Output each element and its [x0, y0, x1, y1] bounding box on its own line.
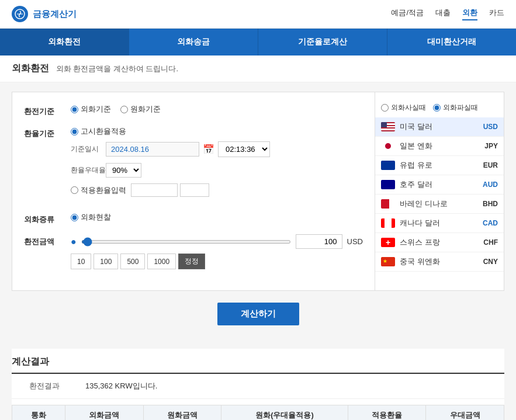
calendar-icon[interactable]: 📅: [203, 144, 214, 155]
currency-item-aud[interactable]: 호주 달러 AUD: [375, 175, 504, 195]
manual-rate-input2[interactable]: [180, 183, 209, 197]
nav-savings[interactable]: 예금/적금: [391, 8, 424, 20]
quick-btn-10[interactable]: 10: [71, 254, 91, 269]
tab-forex-exchange[interactable]: 외화환전: [0, 29, 129, 55]
currency-code-cad: CAD: [477, 219, 498, 227]
preferential-select[interactable]: 90% 80% 70% 50%: [106, 163, 141, 178]
base-date-label: 기준일시: [71, 144, 106, 154]
amount-slider[interactable]: [81, 240, 291, 244]
flag-jpy: [381, 141, 395, 151]
currency-item-cny[interactable]: 중국 위엔화 CNY: [375, 252, 504, 272]
exchange-basis-control: 외화기준 원화기준: [71, 104, 363, 114]
currency-code-aud: AUD: [477, 181, 498, 189]
radio-krw-basis-label: 원화기준: [130, 104, 161, 114]
quick-btns: 10 100 500 1000 정정: [71, 254, 363, 269]
currency-list: 미국 달러 USD 일본 엔화 JPY 유럽 유로 EUR: [375, 117, 504, 272]
currency-code-jpy: JPY: [477, 142, 498, 150]
currency-item-jpy[interactable]: 일본 엔화 JPY: [375, 137, 504, 156]
page-title-bar: 외화환전 외화 환전금액을 계산하여 드립니다.: [0, 55, 516, 82]
radio-selling[interactable]: 외화사실때: [381, 103, 426, 113]
calc-button[interactable]: 계산하기: [217, 303, 299, 325]
amount-label: 환전금액: [24, 234, 71, 247]
radio-manual-rate[interactable]: 적용환율입력: [71, 185, 126, 196]
preferential-row: 환율우대율 90% 80% 70% 50%: [71, 163, 363, 178]
currency-code-bhd: BHD: [477, 200, 498, 208]
radio-buying-label: 외화파실때: [443, 103, 478, 113]
flag-cny: [381, 257, 395, 266]
tab-rate-calc[interactable]: 기준율로계산: [258, 29, 387, 55]
currency-name-eur: 유럽 유로: [400, 160, 477, 171]
radio-cash-label: 외화현찰: [81, 212, 111, 223]
flag-aud: [381, 180, 395, 189]
currency-item-usd[interactable]: 미국 달러 USD: [375, 117, 504, 137]
currency-name-cad: 캐나다 달러: [400, 218, 477, 228]
currency-item-bhd[interactable]: 바레인 디나로 BHD: [375, 195, 504, 214]
exchange-rate-label: 환율기준: [24, 126, 71, 139]
nav-forex[interactable]: 외환: [462, 8, 477, 20]
exchange-rate-row: 환율기준 고시환율적용 기준일시 📅 02:13:36: [24, 126, 363, 203]
currency-name-chf: 스위스 프랑: [400, 237, 477, 248]
logo-text: 금융계산기: [33, 9, 77, 20]
flag-usd: [381, 122, 395, 131]
currency-type-row: 외화증류 외화현찰: [24, 212, 363, 225]
amount-input[interactable]: [296, 234, 342, 249]
currency-code-cny: CNY: [477, 258, 498, 266]
currency-type-control: 외화현찰: [71, 212, 363, 223]
currency-type-label: 외화증류: [24, 212, 71, 225]
radio-buying[interactable]: 외화파실때: [433, 103, 478, 113]
time-select[interactable]: 02:13:36: [218, 141, 270, 157]
radio-posted-rate[interactable]: 고시환율적용: [71, 126, 363, 137]
amount-row: 환전금액 ● USD 10 100 500 1000 정정: [24, 234, 363, 269]
col-foreign-amount: 외화금액: [65, 405, 144, 421]
manual-rate-input[interactable]: [131, 183, 178, 197]
currency-item-chf[interactable]: 스위스 프랑 CHF: [375, 233, 504, 252]
radio-cash[interactable]: 외화현찰: [71, 212, 111, 223]
main-panel: 환전기준 외화기준 원화기준 환율기준: [12, 92, 504, 291]
amount-currency: USD: [347, 237, 363, 246]
currency-item-eur[interactable]: 유럽 유로 EUR: [375, 156, 504, 175]
header-nav: 예금/적금 대출 외환 카드: [391, 8, 504, 20]
tab-forex-remit[interactable]: 외화송금: [129, 29, 258, 55]
currency-name-bhd: 바레인 디나로: [400, 199, 477, 209]
tab-usd-exchange[interactable]: 대미환산거래: [387, 29, 516, 55]
exchange-result-value: 135,362 KRW입니다.: [68, 381, 495, 391]
exchange-basis-label: 환전기준: [24, 104, 71, 117]
quick-btn-500[interactable]: 500: [120, 254, 145, 269]
results-section: 계산결과 환전결과 135,362 KRW입니다. 통화 외화금액 원화금액 원…: [12, 349, 504, 420]
base-date-row: 기준일시 📅 02:13:36: [71, 141, 363, 157]
radio-foreign-basis-label: 외화기준: [81, 104, 111, 114]
quick-btn-1000[interactable]: 1000: [147, 254, 176, 269]
currency-section: 외화사실때 외화파실때 미국 달러 USD 일본 엔화: [375, 92, 504, 290]
radio-krw-basis[interactable]: 원화기준: [120, 104, 161, 114]
form-section: 환전기준 외화기준 원화기준 환율기준: [12, 92, 375, 290]
result-table: 통화 외화금액 원화금액 원화(우대율적용) 적용환율 우대금액 USD 100…: [12, 405, 504, 420]
calc-btn-row: 계산하기: [12, 291, 504, 337]
set-button[interactable]: 정정: [178, 254, 205, 269]
flag-eur: [381, 161, 395, 170]
header: 금융계산기 예금/적금 대출 외환 카드: [0, 0, 516, 29]
base-date-input[interactable]: [106, 142, 199, 157]
col-krw-preferred: 원화(우대율적용): [221, 405, 348, 421]
currency-code-usd: USD: [477, 123, 498, 131]
preferential-label: 환율우대율: [71, 165, 106, 175]
amount-control: ● USD 10 100 500 1000 정정: [71, 234, 363, 269]
radio-foreign-basis[interactable]: 외화기준: [71, 104, 111, 114]
exchange-basis-row: 환전기준 외화기준 원화기준: [24, 104, 363, 117]
flag-bhd: [381, 199, 395, 209]
exchange-result-row: 환전결과 135,362 KRW입니다.: [12, 374, 504, 399]
currency-name-aud: 호주 달러: [400, 179, 477, 190]
quick-btn-100[interactable]: 100: [93, 254, 118, 269]
manual-rate-label: 적용환율입력: [81, 185, 126, 196]
currency-type-radio-group: 외화사실때 외화파실때: [375, 98, 504, 117]
currency-item-cad[interactable]: 캐나다 달러 CAD: [375, 214, 504, 233]
currency-name-jpy: 일본 엔화: [400, 141, 477, 151]
content: 환전기준 외화기준 원화기준 환율기준: [0, 82, 516, 420]
exchange-rate-control: 고시환율적용 기준일시 📅 02:13:36 환율우대율: [71, 126, 363, 203]
currency-code-eur: EUR: [477, 161, 498, 169]
nav-card[interactable]: 카드: [489, 8, 504, 20]
logo-icon: [12, 6, 28, 22]
page-subtitle: 외화 환전금액을 계산하여 드립니다.: [56, 64, 178, 73]
nav-loan[interactable]: 대출: [435, 8, 451, 20]
col-applied-rate: 적용환율: [348, 405, 426, 421]
page-title: 외화환전: [12, 63, 49, 73]
